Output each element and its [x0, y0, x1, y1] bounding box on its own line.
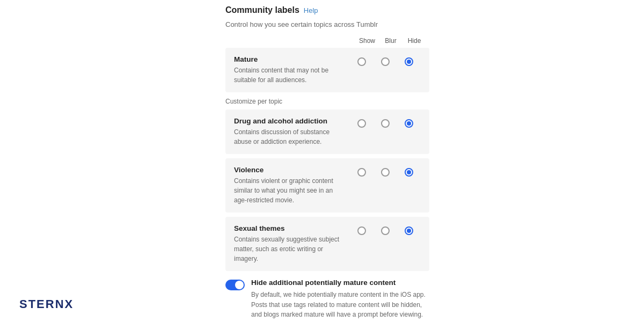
drug-alcohol-text: Drug and alcohol addiction Contains disc… — [234, 117, 350, 147]
help-link[interactable]: Help — [304, 6, 318, 14]
drug-alcohol-blur-radio[interactable] — [381, 119, 390, 128]
violence-hide-radio[interactable] — [405, 168, 413, 177]
sexual-themes-hide-radio[interactable] — [405, 226, 413, 235]
page-header: Community labels Help — [225, 5, 429, 15]
col-blur: Blur — [379, 37, 402, 45]
sexual-themes-radio-group — [350, 224, 421, 235]
toggle-knob — [235, 281, 244, 289]
logo: STERNX — [19, 297, 74, 311]
mature-title: Mature — [234, 55, 345, 63]
hide-mature-title: Hide additional potentially mature conte… — [251, 279, 429, 287]
mature-blur-wrap — [374, 56, 397, 66]
subtitle: Control how you see certain topics acros… — [225, 20, 429, 28]
drug-alcohol-card: Drug and alcohol addiction Contains disc… — [225, 109, 429, 154]
violence-show-radio[interactable] — [357, 168, 366, 177]
mature-hide-wrap — [397, 56, 421, 66]
hide-mature-text-block: Hide additional potentially mature conte… — [251, 279, 429, 320]
logo-text: STERNX — [19, 297, 74, 311]
violence-blur-radio[interactable] — [381, 168, 390, 177]
sexual-themes-show-radio[interactable] — [357, 226, 366, 235]
violence-title: Violence — [234, 166, 345, 174]
drug-alcohol-hide-radio[interactable] — [405, 119, 413, 128]
hide-mature-desc: By default, we hide potentially mature c… — [251, 290, 429, 320]
drug-alcohol-desc: Contains discussion of substance abuse o… — [234, 127, 345, 147]
violence-text: Violence Contains violent or graphic con… — [234, 166, 350, 205]
violence-radio-group — [350, 166, 421, 177]
sexual-themes-desc: Contains sexually suggestive subject mat… — [234, 235, 345, 264]
violence-card: Violence Contains violent or graphic con… — [225, 158, 429, 213]
mature-hide-radio[interactable] — [405, 57, 413, 66]
col-hide: Hide — [402, 37, 426, 45]
drug-alcohol-radio-group — [350, 117, 421, 128]
column-headers: Show Blur Hide — [225, 37, 429, 45]
mature-blur-radio[interactable] — [381, 57, 390, 66]
mature-text: Mature Contains content that may not be … — [234, 55, 350, 85]
mature-desc: Contains content that may not be suitabl… — [234, 65, 345, 85]
mature-radio-group — [350, 55, 421, 66]
mature-card: Mature Contains content that may not be … — [225, 48, 429, 92]
drug-alcohol-show-radio[interactable] — [357, 119, 366, 128]
mature-show-wrap — [350, 56, 374, 66]
customize-label: Customize per topic — [225, 98, 429, 105]
violence-desc: Contains violent or graphic content simi… — [234, 176, 345, 205]
sexual-themes-text: Sexual themes Contains sexually suggesti… — [234, 224, 350, 264]
hide-mature-toggle-row: Hide additional potentially mature conte… — [225, 279, 429, 320]
mature-show-radio[interactable] — [357, 57, 366, 66]
col-show: Show — [355, 37, 379, 45]
sexual-themes-card: Sexual themes Contains sexually suggesti… — [225, 217, 429, 271]
main-content: Community labels Help Control how you se… — [225, 5, 429, 320]
sexual-themes-title: Sexual themes — [234, 224, 345, 232]
sexual-themes-blur-radio[interactable] — [381, 226, 390, 235]
hide-mature-toggle[interactable] — [225, 280, 245, 290]
drug-alcohol-title: Drug and alcohol addiction — [234, 117, 345, 125]
page-title: Community labels — [225, 5, 299, 15]
